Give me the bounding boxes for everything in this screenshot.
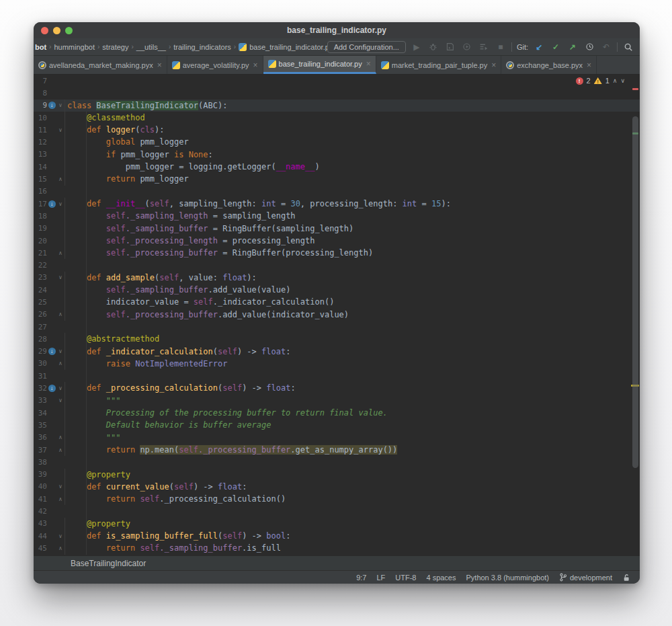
fold-marker-icon[interactable]: ∧	[56, 545, 65, 551]
line-number[interactable]: 10	[34, 114, 47, 122]
line-number[interactable]: 19	[34, 224, 47, 233]
line-number[interactable]: 11	[34, 126, 47, 134]
readonly-toggle[interactable]	[622, 574, 630, 582]
line-number[interactable]: 32	[34, 384, 47, 393]
git-branch-widget[interactable]: development	[559, 573, 612, 582]
breadcrumb-item[interactable]: hummingbot	[54, 43, 95, 51]
fold-marker-icon[interactable]: ∧	[56, 434, 65, 440]
line-number[interactable]: 7	[34, 77, 47, 85]
line-number[interactable]: 26	[34, 310, 47, 319]
git-push-icon[interactable]: ↗	[566, 42, 579, 52]
line-number[interactable]: 15	[34, 175, 47, 184]
close-window-button[interactable]	[41, 27, 48, 34]
minimize-window-button[interactable]	[53, 27, 60, 34]
git-history-icon[interactable]	[583, 42, 595, 51]
line-number[interactable]: 18	[34, 212, 47, 221]
editor-line[interactable]: 14 pmm_logger = logging.getLogger(__name…	[34, 161, 640, 173]
editor-line[interactable]: 17∨ def __init__(self, sampling_length: …	[34, 198, 640, 210]
editor-tab[interactable]: average_volatility.py×	[167, 56, 263, 74]
editor-line[interactable]: 32∨ def _processing_calculation(self) ->…	[34, 382, 640, 394]
editor-line[interactable]: 12 global pmm_logger	[34, 136, 640, 148]
tab-close-icon[interactable]: ×	[253, 61, 258, 70]
editor-line[interactable]: 38	[34, 456, 640, 468]
line-number[interactable]: 13	[34, 150, 47, 159]
line-number[interactable]: 34	[34, 409, 47, 418]
editor-line[interactable]: 42	[34, 505, 640, 517]
inspections-widget[interactable]: ! 2 ! 1 ∧ ∨	[576, 77, 625, 85]
status-python-interpreter[interactable]: Python 3.8 (hummingbot)	[466, 574, 549, 582]
editor-line[interactable]: 23∨ def add_sample(self, value: float):	[34, 272, 640, 284]
editor-line[interactable]: 30∧ raise NotImplementedError	[34, 358, 640, 370]
editor-line[interactable]: 11∨ def logger(cls):	[34, 124, 640, 136]
editor-line[interactable]: 9∨class BaseTrailingIndicator(ABC):	[34, 100, 640, 112]
add-configuration-button[interactable]: Add Configuration...	[327, 41, 406, 53]
line-number[interactable]: 44	[34, 532, 47, 541]
previous-problem-icon[interactable]: ∧	[613, 77, 618, 84]
breadcrumb-item[interactable]: __utils__	[136, 43, 166, 51]
line-number[interactable]: 41	[34, 495, 47, 504]
code-editor[interactable]: 789∨class BaseTrailingIndicator(ABC):10 …	[34, 75, 640, 555]
debug-icon[interactable]	[427, 42, 439, 51]
line-number[interactable]: 36	[34, 433, 47, 442]
line-number[interactable]: 8	[34, 89, 47, 97]
fold-marker-icon[interactable]: ∧	[56, 176, 65, 182]
line-number[interactable]: 21	[34, 249, 47, 258]
editor-line[interactable]: 8	[34, 87, 640, 99]
line-number[interactable]: 27	[34, 323, 47, 331]
line-number[interactable]: 25	[34, 298, 47, 307]
editor-tab[interactable]: base_trailing_indicator.py×	[263, 56, 376, 74]
fold-marker-icon[interactable]: ∧	[56, 250, 65, 256]
line-number[interactable]: 42	[34, 507, 47, 516]
fold-marker-icon[interactable]: ∨	[56, 483, 65, 490]
line-number[interactable]: 31	[34, 372, 47, 381]
fold-marker-icon[interactable]: ∨	[56, 348, 65, 354]
overridden-marker-icon[interactable]	[47, 385, 56, 392]
editor-line[interactable]: 36∧ """	[34, 432, 640, 444]
fold-marker-icon[interactable]: ∧	[56, 447, 65, 453]
editor-line[interactable]: 24 self._sampling_buffer.add_value(value…	[34, 284, 640, 296]
line-number[interactable]: 38	[34, 458, 47, 467]
tab-close-icon[interactable]: ×	[366, 59, 371, 69]
fold-marker-icon[interactable]: ∨	[56, 274, 65, 280]
editor-tab[interactable]: avellaneda_market_making.pyx×	[34, 56, 167, 74]
line-number[interactable]: 22	[34, 261, 47, 270]
error-stripe-mark[interactable]	[632, 88, 638, 90]
status-indent-style[interactable]: 4 spaces	[426, 574, 456, 582]
editor-line[interactable]: 39 @property	[34, 469, 640, 481]
breadcrumb-file[interactable]: base_trailing_indicator.py	[239, 43, 327, 51]
fold-marker-icon[interactable]: ∨	[56, 127, 65, 133]
editor-line[interactable]: 26∧ self._processing_buffer.add_value(in…	[34, 309, 640, 321]
fold-marker-icon[interactable]: ∧	[56, 311, 65, 317]
editor-line[interactable]: 28 @abstractmethod	[34, 333, 640, 345]
editor-tab[interactable]: exchange_base.pyx×	[501, 56, 597, 74]
tab-close-icon[interactable]: ×	[587, 61, 591, 70]
run-with-coverage-icon[interactable]	[444, 42, 456, 51]
editor-scrollbar[interactable]	[630, 75, 640, 555]
git-rollback-icon[interactable]: ↶	[600, 42, 612, 52]
line-number[interactable]: 29	[34, 347, 47, 356]
editor-line[interactable]: 44∨ def is_sampling_buffer_full(self) ->…	[34, 530, 640, 542]
line-number[interactable]: 37	[34, 446, 47, 455]
status-file-encoding[interactable]: UTF-8	[395, 574, 416, 582]
fold-marker-icon[interactable]: ∧	[56, 496, 65, 502]
editor-line[interactable]: 43 @property	[34, 518, 640, 530]
scrollbar-thumb[interactable]	[632, 116, 638, 468]
editor-line[interactable]: 20 self._processing_length = processing_…	[34, 235, 640, 247]
fold-marker-icon[interactable]: ∨	[56, 385, 65, 391]
line-number[interactable]: 33	[34, 396, 47, 405]
editor-line[interactable]: 22	[34, 259, 640, 271]
fold-marker-icon[interactable]: ∨	[56, 533, 65, 539]
stop-icon[interactable]: ■	[495, 42, 507, 52]
zoom-window-button[interactable]	[65, 27, 73, 34]
editor-line[interactable]: 27	[34, 321, 640, 333]
search-everywhere-icon[interactable]	[622, 42, 634, 52]
overridden-marker-icon[interactable]	[47, 102, 56, 109]
breadcrumb-item[interactable]: bot	[35, 43, 46, 51]
next-problem-icon[interactable]: ∨	[620, 77, 625, 84]
run-dashboard-icon[interactable]	[478, 42, 490, 51]
structure-breadcrumb-item[interactable]: BaseTrailingIndicator	[71, 559, 146, 568]
editor-line[interactable]: 46	[34, 555, 640, 555]
editor-tab[interactable]: market_trading_pair_tuple.py×	[376, 56, 502, 74]
editor-line[interactable]: 13 if pmm_logger is None:	[34, 149, 640, 161]
editor-line[interactable]: 21∧ self._processing_buffer = RingBuffer…	[34, 247, 640, 259]
